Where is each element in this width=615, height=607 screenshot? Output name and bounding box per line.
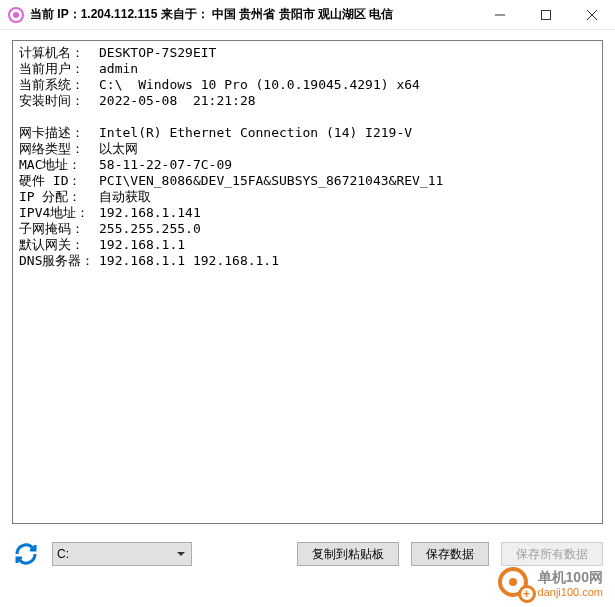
- os-value: C:\ Windows 10 Pro (10.0.19045.4291) x64: [99, 77, 420, 93]
- watermark-line2: danji100.com: [538, 586, 603, 598]
- content-area: 计算机名：DESKTOP-7S29EIT当前用户：admin当前系统：C:\ W…: [0, 30, 615, 532]
- watermark-line1: 单机100网: [538, 570, 603, 585]
- ip-assign-label: IP 分配：: [19, 189, 99, 205]
- nic-desc-label: 网卡描述：: [19, 125, 99, 141]
- titlebar: 当前 IP：1.204.112.115 来自于： 中国 贵州省 贵阳市 观山湖区…: [0, 0, 615, 30]
- subnet-value: 255.255.255.0: [99, 221, 201, 237]
- hwid-label: 硬件 ID：: [19, 173, 99, 189]
- ip-assign-value: 自动获取: [99, 189, 151, 205]
- window-title: 当前 IP：1.204.112.115 来自于： 中国 贵州省 贵阳市 观山湖区…: [30, 6, 393, 23]
- nic-desc-value: Intel(R) Ethernet Connection (14) I219-V: [99, 125, 412, 141]
- svg-rect-1: [542, 10, 551, 19]
- window-controls: [477, 0, 615, 30]
- drive-select-value: C:: [57, 547, 69, 561]
- bottom-toolbar: C: 复制到粘贴板 保存数据 保存所有数据: [0, 532, 615, 568]
- copy-button[interactable]: 复制到粘贴板: [297, 542, 399, 566]
- net-type-label: 网络类型：: [19, 141, 99, 157]
- close-button[interactable]: [569, 0, 615, 30]
- dns-value: 192.168.1.1 192.168.1.1: [99, 253, 279, 269]
- save-all-button: 保存所有数据: [501, 542, 603, 566]
- gateway-value: 192.168.1.1: [99, 237, 185, 253]
- watermark-text: 单机100网 danji100.com: [538, 570, 603, 597]
- info-textbox[interactable]: 计算机名：DESKTOP-7S29EIT当前用户：admin当前系统：C:\ W…: [12, 40, 603, 524]
- ipv4-label: IPV4地址：: [19, 205, 99, 221]
- save-button[interactable]: 保存数据: [411, 542, 489, 566]
- watermark: + 单机100网 danji100.com: [498, 567, 603, 601]
- app-icon: [8, 7, 24, 23]
- dns-label: DNS服务器：: [19, 253, 99, 269]
- gateway-label: 默认网关：: [19, 237, 99, 253]
- drive-select[interactable]: C:: [52, 542, 192, 566]
- computer-name-label: 计算机名：: [19, 45, 99, 61]
- title-ip: 1.204.112.115: [81, 7, 158, 21]
- watermark-icon: +: [498, 567, 532, 601]
- current-user-value: admin: [99, 61, 138, 77]
- ipv4-value: 192.168.1.141: [99, 205, 201, 221]
- install-time-label: 安装时间：: [19, 93, 99, 109]
- net-type-value: 以太网: [99, 141, 138, 157]
- install-time-value: 2022-05-08 21:21:28: [99, 93, 256, 109]
- subnet-label: 子网掩码：: [19, 221, 99, 237]
- maximize-button[interactable]: [523, 0, 569, 30]
- title-ip-prefix: 当前 IP：: [30, 7, 81, 21]
- computer-name-value: DESKTOP-7S29EIT: [99, 45, 216, 61]
- title-location: 中国 贵州省 贵阳市 观山湖区 电信: [212, 7, 393, 21]
- os-label: 当前系统：: [19, 77, 99, 93]
- hwid-value: PCI\VEN_8086&DEV_15FA&SUBSYS_86721043&RE…: [99, 173, 443, 189]
- title-from-label: 来自于：: [157, 7, 212, 21]
- current-user-label: 当前用户：: [19, 61, 99, 77]
- refresh-button[interactable]: [12, 540, 40, 568]
- mac-value: 58-11-22-07-7C-09: [99, 157, 232, 173]
- minimize-button[interactable]: [477, 0, 523, 30]
- mac-label: MAC地址：: [19, 157, 99, 173]
